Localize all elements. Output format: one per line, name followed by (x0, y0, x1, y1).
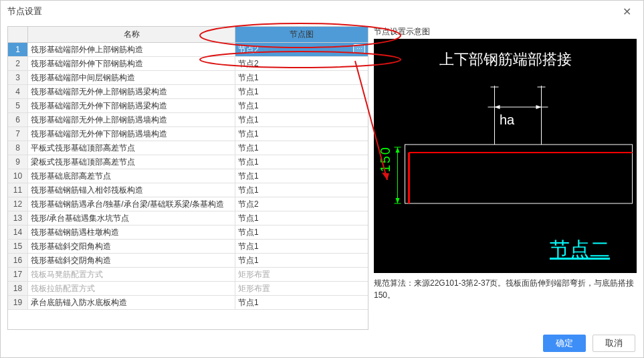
row-index: 12 (8, 197, 28, 211)
table-row[interactable]: 12筏形基础钢筋遇承台/独基/承台梁/基础联系梁/条基构造节点2 (8, 197, 368, 211)
row-value[interactable]: 节点1 (235, 141, 368, 155)
col-index (8, 27, 28, 42)
table-row[interactable]: 3筏形基础端部中间层钢筋构造节点1 (8, 71, 368, 85)
row-index: 7 (8, 127, 28, 141)
row-value[interactable]: 节点1 (235, 169, 368, 183)
table-row[interactable]: 11筏形基础钢筋锚入相邻筏板构造节点1 (8, 183, 368, 197)
table-row[interactable]: 13筏形/承台基础遇集水坑节点节点1 (8, 211, 368, 226)
row-value[interactable]: 节点1 (235, 226, 368, 239)
row-name: 筏形基础端部无外伸上部钢筋遇墙构造 (28, 113, 235, 126)
row-value[interactable]: 节点1 (235, 155, 368, 169)
row-name: 筏形基础端部外伸上部钢筋构造 (28, 43, 235, 56)
svg-marker-9 (495, 105, 500, 109)
row-value[interactable]: 节点1 (235, 240, 368, 253)
row-name: 平板式筏形基础顶部高差节点 (28, 141, 235, 155)
preview-diagram: 上下部钢筋端部搭接 150 ha 节点二 (374, 39, 637, 273)
table-row[interactable]: 4筏形基础端部无外伸上部钢筋遇梁构造节点1 (8, 85, 368, 99)
row-index: 16 (8, 254, 28, 267)
row-value[interactable]: 节点2⋯ (235, 43, 368, 56)
table-row[interactable]: 1筏形基础端部外伸上部钢筋构造节点2⋯ (8, 43, 368, 57)
row-index: 4 (8, 85, 28, 98)
row-index: 15 (8, 240, 28, 253)
table-row[interactable]: 2筏形基础端部外伸下部钢筋构造节点2 (8, 57, 368, 71)
cancel-button[interactable]: 取消 (593, 335, 635, 352)
row-value[interactable]: 节点1 (235, 99, 368, 112)
diagram-dim-ha: ha (500, 112, 514, 128)
col-value[interactable]: 节点图 (235, 27, 368, 42)
table-row[interactable]: 6筏形基础端部无外伸上部钢筋遇墙构造节点1 (8, 113, 368, 127)
row-name: 筏形基础端部无外伸上部钢筋遇梁构造 (28, 85, 235, 98)
row-index: 10 (8, 169, 28, 183)
row-name: 筏形基础钢筋遇柱墩构造 (28, 226, 235, 239)
row-name: 筏形基础钢筋锚入相邻筏板构造 (28, 183, 235, 197)
row-index: 1 (8, 43, 28, 56)
svg-marker-10 (536, 105, 542, 109)
row-index: 6 (8, 113, 28, 126)
row-name: 筏形基础钢筋遇承台/独基/承台梁/基础联系梁/条基构造 (28, 197, 235, 211)
row-value[interactable]: 节点1 (235, 183, 368, 197)
diagram-dim-150: 150 (378, 146, 393, 172)
row-index: 5 (8, 99, 28, 112)
edit-icon[interactable]: ⋯ (353, 44, 365, 54)
row-index: 3 (8, 71, 28, 84)
row-value[interactable]: 节点1 (235, 296, 368, 309)
row-index: 18 (8, 282, 28, 295)
table-row[interactable]: 18筏板拉筋配置方式矩形布置 (8, 282, 368, 296)
row-index: 9 (8, 155, 28, 169)
row-index: 8 (8, 141, 28, 155)
row-name: 梁板式筏形基础顶部高差节点 (28, 155, 235, 169)
row-value[interactable]: 节点2 (235, 57, 368, 70)
row-name: 筏形基础端部外伸下部钢筋构造 (28, 57, 235, 70)
row-name: 筏形基础端部中间层钢筋构造 (28, 71, 235, 84)
svg-marker-17 (396, 147, 400, 153)
table-row[interactable]: 16筏形基础斜交阴角构造节点1 (8, 254, 368, 268)
table-row[interactable]: 14筏形基础钢筋遇柱墩构造节点1 (8, 226, 368, 240)
table-row[interactable]: 5筏形基础端部无外伸下部钢筋遇梁构造节点1 (8, 99, 368, 113)
row-name: 筏形基础端部无外伸下部钢筋遇墙构造 (28, 127, 235, 141)
row-index: 19 (8, 296, 28, 309)
row-name: 筏形基础斜交阴角构造 (28, 254, 235, 267)
row-name: 筏板马凳筋配置方式 (28, 268, 235, 281)
table-row[interactable]: 8平板式筏形基础顶部高差节点节点1 (8, 141, 368, 155)
row-value[interactable]: 节点2 (235, 197, 368, 211)
diagram-node-label: 节点二 (550, 236, 610, 264)
table-row[interactable]: 15筏形基础斜交阳角构造节点1 (8, 240, 368, 254)
row-index: 11 (8, 183, 28, 197)
row-name: 筏形基础端部无外伸下部钢筋遇梁构造 (28, 99, 235, 112)
row-value[interactable]: 节点1 (235, 113, 368, 126)
row-name: 筏板拉筋配置方式 (28, 282, 235, 295)
row-value[interactable]: 矩形布置 (235, 282, 368, 295)
table-row[interactable]: 19承台底筋锚入防水底板构造节点1 (8, 296, 368, 310)
row-name: 承台底筋锚入防水底板构造 (28, 296, 235, 309)
spec-note: 规范算法：来源22G101-3第2-37页。筏板面筋伸到端部弯折，与底筋搭接 1… (374, 277, 637, 301)
row-index: 14 (8, 226, 28, 239)
preview-label: 节点设置示意图 (374, 26, 637, 37)
table-row[interactable]: 17筏板马凳筋配置方式矩形布置 (8, 268, 368, 282)
dialog-title: 节点设置 (7, 5, 42, 17)
row-name: 筏形/承台基础遇集水坑节点 (28, 211, 235, 225)
svg-rect-11 (405, 145, 633, 203)
close-button[interactable]: ✕ (617, 1, 637, 21)
ok-button[interactable]: 确定 (543, 335, 586, 352)
row-index: 17 (8, 268, 28, 281)
node-table: 名称 节点图 1筏形基础端部外伸上部钢筋构造节点2⋯2筏形基础端部外伸下部钢筋构… (7, 26, 368, 330)
diagram-title: 上下部钢筋端部搭接 (374, 50, 637, 70)
row-value[interactable]: 矩形布置 (235, 268, 368, 281)
row-value[interactable]: 节点1 (235, 127, 368, 141)
row-value[interactable]: 节点1 (235, 211, 368, 225)
close-icon: ✕ (623, 5, 631, 18)
table-row[interactable]: 9梁板式筏形基础顶部高差节点节点1 (8, 155, 368, 169)
svg-marker-18 (396, 198, 400, 203)
row-name: 筏形基础底部高差节点 (28, 169, 235, 183)
row-value[interactable]: 节点1 (235, 71, 368, 84)
row-value[interactable]: 节点1 (235, 85, 368, 98)
table-row[interactable]: 7筏形基础端部无外伸下部钢筋遇墙构造节点1 (8, 127, 368, 141)
col-name: 名称 (28, 27, 235, 42)
row-index: 13 (8, 211, 28, 225)
row-value[interactable]: 节点1 (235, 254, 368, 267)
row-index: 2 (8, 57, 28, 70)
table-row[interactable]: 10筏形基础底部高差节点节点1 (8, 169, 368, 183)
row-name: 筏形基础斜交阳角构造 (28, 240, 235, 253)
